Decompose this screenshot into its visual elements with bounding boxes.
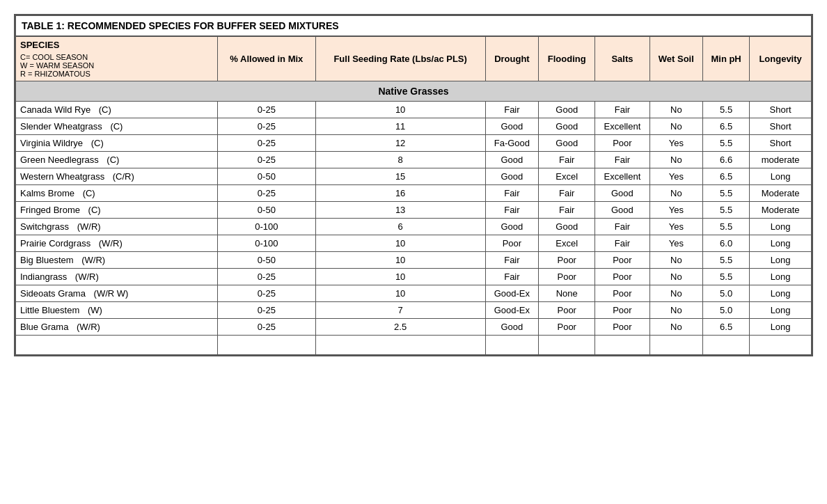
allowed: 0-25 [218, 285, 316, 302]
table-row: Switchgrass (W/R) 0-100 6 Good Good Fair… [16, 219, 812, 235]
rate: 7 [315, 302, 485, 319]
species-cell: Switchgrass (W/R) [16, 219, 218, 235]
species-cell: Little Bluestem (W) [16, 302, 218, 319]
allowed: 0-25 [218, 302, 316, 319]
species-cell: Kalms Brome (C) [16, 185, 218, 202]
salts: Excellent [595, 168, 649, 185]
allowed: 0-100 [218, 235, 316, 252]
header-wet-soil: Wet Soil [649, 36, 702, 81]
longevity: Long [750, 285, 812, 302]
table-row: Fringed Brome (C) 0-50 13 Fair Fair Good… [16, 202, 812, 219]
table-row: Prairie Cordgrass (W/R) 0-100 10 Poor Ex… [16, 235, 812, 252]
longevity: Long [750, 219, 812, 235]
flooding: Fair [539, 202, 595, 219]
longevity: Short [750, 135, 812, 152]
species-cell: Prairie Cordgrass (W/R) [16, 235, 218, 252]
flooding: None [539, 285, 595, 302]
allowed: 0-50 [218, 252, 316, 269]
legend-warm: W = WARM SEASON [20, 61, 213, 70]
empty-cell [595, 336, 649, 355]
species-type: (C) [110, 121, 123, 132]
table-title: TABLE 1: RECOMMENDED SPECIES FOR BUFFER … [16, 16, 812, 37]
rate: 10 [315, 102, 485, 118]
wet-soil: Yes [649, 235, 702, 252]
salts: Good [595, 185, 649, 202]
rate: 10 [315, 285, 485, 302]
drought: Fair [485, 185, 539, 202]
species-name: Blue Grama [20, 322, 68, 332]
species-name: Virginia Wildrye [20, 138, 83, 148]
min-ph: 5.5 [703, 102, 750, 118]
salts: Poor [595, 252, 649, 269]
drought: Fair [485, 252, 539, 269]
header-species: SPECIES C= COOL SEASON W = WARM SEASON R… [16, 36, 218, 81]
species-name: Big Bluestem [20, 255, 74, 265]
rate: 16 [315, 185, 485, 202]
header-min-ph: Min pH [703, 36, 750, 81]
wet-soil: No [649, 285, 702, 302]
rate: 15 [315, 168, 485, 185]
salts: Poor [595, 285, 649, 302]
species-type: (W/R) [81, 255, 105, 265]
species-type: (C) [99, 104, 111, 115]
species-name: Fringed Brome [20, 205, 80, 215]
min-ph: 5.5 [703, 135, 750, 152]
species-name: Sideoats Grama [20, 288, 86, 299]
salts: Good [595, 202, 649, 219]
wet-soil: No [649, 302, 702, 319]
species-cell: Sideoats Grama (W/R W) [16, 285, 218, 302]
table-row: Canada Wild Rye (C) 0-25 10 Fair Good Fa… [16, 102, 812, 118]
drought: Good [485, 152, 539, 168]
flooding: Good [539, 102, 595, 118]
empty-cell [485, 336, 539, 355]
table-row: Big Bluestem (W/R) 0-50 10 Fair Poor Poo… [16, 252, 812, 269]
salts: Fair [595, 219, 649, 235]
header-species-legend: C= COOL SEASON W = WARM SEASON R = RHIZO… [20, 53, 213, 78]
empty-cell [649, 336, 702, 355]
species-cell: Canada Wild Rye (C) [16, 102, 218, 118]
min-ph: 5.5 [703, 202, 750, 219]
min-ph: 6.5 [703, 168, 750, 185]
rate: 12 [315, 135, 485, 152]
wet-soil: No [649, 269, 702, 285]
drought: Good [485, 219, 539, 235]
wet-soil: No [649, 252, 702, 269]
drought: Good [485, 118, 539, 135]
table-row: Western Wheatgrass (C/R) 0-50 15 Good Ex… [16, 168, 812, 185]
allowed: 0-25 [218, 135, 316, 152]
species-cell: Slender Wheatgrass (C) [16, 118, 218, 135]
drought: Good-Ex [485, 302, 539, 319]
species-type: (C) [88, 205, 101, 215]
flooding: Fair [539, 185, 595, 202]
wet-soil: Yes [649, 202, 702, 219]
allowed: 0-25 [218, 102, 316, 118]
longevity: moderate [750, 152, 812, 168]
species-type: (W/R) [99, 238, 123, 249]
species-type: (W/R) [77, 221, 101, 232]
salts: Poor [595, 269, 649, 285]
longevity: Long [750, 302, 812, 319]
allowed: 0-25 [218, 319, 316, 336]
species-type: (W/R W) [94, 288, 129, 299]
wet-soil: No [649, 118, 702, 135]
species-type: (W/R) [77, 322, 100, 332]
longevity: Long [750, 252, 812, 269]
species-name: Prairie Cordgrass [20, 238, 90, 249]
drought: Good [485, 319, 539, 336]
drought: Good-Ex [485, 285, 539, 302]
salts: Excellent [595, 118, 649, 135]
salts: Fair [595, 235, 649, 252]
table-row: Sideoats Grama (W/R W) 0-25 10 Good-Ex N… [16, 285, 812, 302]
empty-cell [703, 336, 750, 355]
min-ph: 5.5 [703, 219, 750, 235]
allowed: 0-25 [218, 185, 316, 202]
species-type: (C) [107, 155, 119, 165]
empty-cell [315, 336, 485, 355]
rate: 6 [315, 219, 485, 235]
legend-cool: C= COOL SEASON [20, 53, 213, 61]
species-cell: Big Bluestem (W/R) [16, 252, 218, 269]
table-row: Green Needlegrass (C) 0-25 8 Good Fair F… [16, 152, 812, 168]
flooding: Poor [539, 269, 595, 285]
table-row: Little Bluestem (W) 0-25 7 Good-Ex Poor … [16, 302, 812, 319]
species-cell: Indiangrass (W/R) [16, 269, 218, 285]
